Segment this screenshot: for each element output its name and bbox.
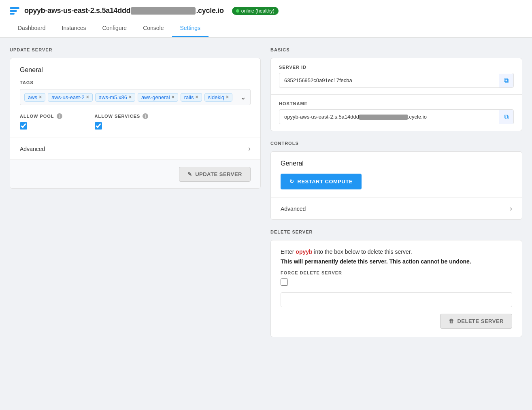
delete-confirm-input[interactable] xyxy=(281,292,512,307)
tags-container: aws × aws-us-east-2 × aws-m5.x86 × aws-g… xyxy=(20,89,251,105)
basics-heading: BASICS xyxy=(270,47,522,52)
update-server-heading: UPDATE SERVER xyxy=(10,47,261,52)
nav-tabs: Dashboard Instances Configure Console Se… xyxy=(10,20,522,37)
advanced-chevron-icon: › xyxy=(248,144,251,153)
tab-configure[interactable]: Configure xyxy=(94,20,135,37)
tag-aws-general: aws-general × xyxy=(138,93,178,102)
tag-aws-general-remove[interactable]: × xyxy=(172,94,174,100)
tab-console[interactable]: Console xyxy=(135,20,172,37)
server-id-label: SERVER ID xyxy=(279,65,514,70)
main-content: UPDATE SERVER General TAGS aws × aws-us-… xyxy=(0,38,532,403)
status-dot xyxy=(236,9,239,13)
force-delete-checkbox[interactable] xyxy=(281,278,288,286)
delete-server-button[interactable]: 🗑 DELETE SERVER xyxy=(440,314,512,329)
edit-icon: ✎ xyxy=(187,171,192,177)
tab-instances[interactable]: Instances xyxy=(54,20,94,37)
controls-advanced-chevron-icon: › xyxy=(510,204,512,213)
hostname-prefix: opyyb-aws-us-east-2.s.5a14ddd xyxy=(284,114,359,120)
force-delete-label: FORCE DELETE SERVER xyxy=(281,270,512,275)
title-suffix: .cycle.io xyxy=(196,6,223,15)
update-server-card: General TAGS aws × aws-us-east-2 × aws-m… xyxy=(10,58,261,189)
tab-settings[interactable]: Settings xyxy=(172,20,209,37)
left-panel: UPDATE SERVER General TAGS aws × aws-us-… xyxy=(10,47,261,393)
restart-compute-button[interactable]: ↻ RESTART COMPUTE xyxy=(281,174,362,189)
update-server-footer: ✎ UPDATE SERVER xyxy=(10,160,260,188)
hostname-group: HOSTNAME opyyb-aws-us-east-2.s.5a14ddd .… xyxy=(271,95,522,131)
delete-footer: 🗑 DELETE SERVER xyxy=(281,314,512,329)
update-server-button[interactable]: ✎ UPDATE SERVER xyxy=(179,167,251,182)
allow-pool-label: ALLOW POOL xyxy=(20,114,54,119)
hostname-input-row: opyyb-aws-us-east-2.s.5a14ddd .cycle.io … xyxy=(279,109,514,124)
controls-general-title: General xyxy=(281,160,512,167)
tag-rails: rails × xyxy=(181,93,202,102)
delete-desc-prefix: Enter xyxy=(281,249,296,255)
controls-section: CONTROLS General ↻ RESTART COMPUTE Advan… xyxy=(270,141,522,220)
controls-advanced-row[interactable]: Advanced › xyxy=(271,198,522,219)
controls-card: General ↻ RESTART COMPUTE Advanced › xyxy=(270,151,522,220)
tag-aws-us-east-2-remove[interactable]: × xyxy=(86,94,89,100)
logo-bar-3 xyxy=(10,13,15,15)
hostname-blurred xyxy=(359,115,408,120)
allow-services-group: ALLOW SERVICES i xyxy=(95,113,149,130)
tag-aws-m5-remove[interactable]: × xyxy=(129,94,132,100)
tag-aws-us-east-2-text: aws-us-east-2 xyxy=(51,94,85,100)
status-text: online (healthy) xyxy=(241,8,275,14)
controls-heading: CONTROLS xyxy=(270,141,522,146)
allow-pool-info-icon[interactable]: i xyxy=(57,113,62,119)
delete-description: Enter opyyb into the box below to delete… xyxy=(281,249,512,255)
hostname-display: opyyb-aws-us-east-2.s.5a14ddd .cycle.io xyxy=(279,110,499,124)
right-panel: BASICS SERVER ID ⧉ HOSTNAME opyyb-aws-us… xyxy=(270,47,522,393)
hostname-label: HOSTNAME xyxy=(279,101,514,106)
tag-sidekiq: sidekiq × xyxy=(204,93,232,102)
controls-general: General ↻ RESTART COMPUTE xyxy=(271,152,522,198)
hostname-copy-button[interactable]: ⧉ xyxy=(499,110,513,124)
allow-services-label: ALLOW SERVICES xyxy=(95,114,140,119)
general-title: General xyxy=(20,66,251,74)
tag-sidekiq-remove[interactable]: × xyxy=(226,94,229,100)
logo xyxy=(10,7,19,15)
title-prefix: opyyb-aws-us-east-2.s.5a14ddd xyxy=(24,6,130,15)
tag-aws: aws × xyxy=(24,93,45,102)
allow-pool-checkbox[interactable] xyxy=(20,122,27,130)
server-id-copy-button[interactable]: ⧉ xyxy=(499,74,513,87)
trash-icon: 🗑 xyxy=(449,318,454,324)
allow-services-checkbox[interactable] xyxy=(95,122,102,130)
tag-aws-m5-text: aws-m5.x86 xyxy=(99,94,127,100)
allow-pool-group: ALLOW POOL i xyxy=(20,113,62,130)
delete-server-heading: DELETE SERVER xyxy=(270,229,522,234)
tag-rails-remove[interactable]: × xyxy=(196,94,198,100)
tab-dashboard[interactable]: Dashboard xyxy=(10,20,54,37)
delete-keyword: opyyb xyxy=(296,249,312,255)
logo-bar-2 xyxy=(10,10,17,12)
server-id-input-row: ⧉ xyxy=(279,73,514,88)
server-id-group: SERVER ID ⧉ xyxy=(271,58,522,94)
tags-expand-icon[interactable]: ⌄ xyxy=(240,93,246,102)
tag-aws-general-text: aws-general xyxy=(141,94,170,100)
title-blurred xyxy=(131,7,196,15)
delete-desc-suffix: into the box below to delete this server… xyxy=(313,249,412,255)
basics-section: BASICS SERVER ID ⧉ HOSTNAME opyyb-aws-us… xyxy=(270,47,522,131)
tag-aws-m5: aws-m5.x86 × xyxy=(95,93,135,102)
tag-aws-remove[interactable]: × xyxy=(39,94,42,100)
status-badge: online (healthy) xyxy=(232,7,279,15)
header: opyyb-aws-us-east-2.s.5a14ddd .cycle.io … xyxy=(0,0,532,38)
tags-label: TAGS xyxy=(20,80,251,85)
hostname-suffix: .cycle.io xyxy=(408,114,427,120)
advanced-row[interactable]: Advanced › xyxy=(10,138,260,159)
delete-server-button-label: DELETE SERVER xyxy=(457,318,504,324)
server-id-input[interactable] xyxy=(279,73,499,87)
delete-warning: This will permanently delete this server… xyxy=(281,258,512,265)
restart-icon: ↻ xyxy=(289,178,294,185)
logo-bar-1 xyxy=(10,7,19,9)
tag-aws-us-east-2: aws-us-east-2 × xyxy=(48,93,93,102)
page-title: opyyb-aws-us-east-2.s.5a14ddd .cycle.io xyxy=(24,6,224,15)
checkboxes-row: ALLOW POOL i ALLOW SERVICES i xyxy=(20,113,251,130)
controls-advanced-label: Advanced xyxy=(281,206,306,212)
allow-services-info-icon[interactable]: i xyxy=(143,113,148,119)
logo-icon xyxy=(10,7,19,15)
advanced-label: Advanced xyxy=(20,146,45,152)
tag-rails-text: rails xyxy=(184,94,194,100)
tag-sidekiq-text: sidekiq xyxy=(208,94,224,100)
restart-button-label: RESTART COMPUTE xyxy=(298,178,353,185)
update-server-button-label: UPDATE SERVER xyxy=(195,171,242,177)
